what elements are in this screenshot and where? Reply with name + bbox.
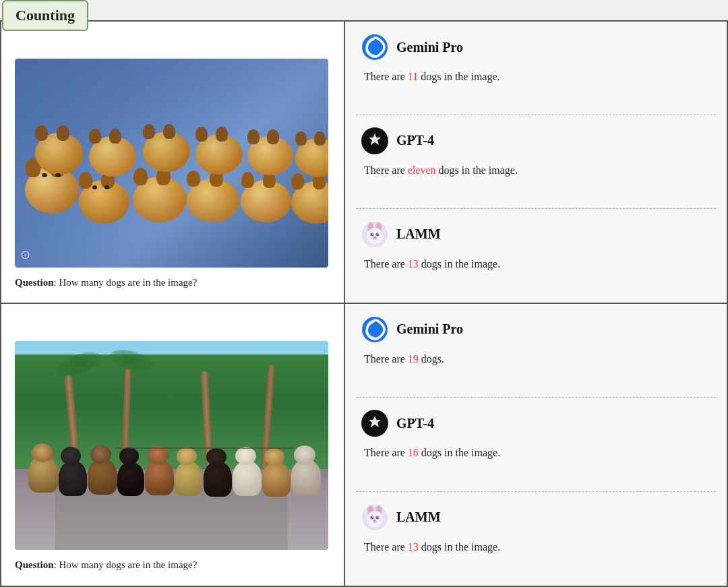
- svg-point-22: [377, 516, 379, 518]
- image-1: ⊙: [15, 59, 328, 268]
- lamm-icon-2: [361, 504, 388, 531]
- answer-block-1-gemini: Gemini Pro There are 11 dogs in the imag…: [345, 22, 727, 115]
- page-container: Counting: [0, 0, 728, 587]
- model-header-lamm-2: LAMM: [361, 504, 710, 531]
- svg-point-7: [371, 233, 374, 236]
- answer-text-lamm-2: There are 13 dogs in the image.: [361, 539, 710, 555]
- svg-point-8: [376, 233, 380, 236]
- svg-point-6: [367, 228, 383, 244]
- model-name-lamm-1: LAMM: [396, 226, 441, 242]
- model-name-gpt4-2: GPT-4: [396, 416, 434, 431]
- svg-point-11: [373, 236, 376, 238]
- row-2: Question: How many dogs are in the image…: [1, 304, 727, 586]
- gpt4-icon-1: [361, 127, 388, 154]
- model-name-gemini-1: Gemini Pro: [396, 40, 463, 55]
- gemini-icon-1: [361, 34, 388, 61]
- outdoor-image-canvas: [15, 341, 328, 550]
- svg-point-10: [377, 233, 379, 235]
- answer-text-gpt4-1: There are eleven dogs in the image.: [361, 162, 710, 179]
- answer-block-2-lamm: LAMM There are 13 dogs in the image.: [345, 492, 727, 586]
- svg-point-19: [371, 516, 374, 519]
- puppy-image-canvas: ⊙: [15, 59, 328, 268]
- gemini-icon-2: [361, 316, 388, 343]
- model-header-gemini-2: Gemini Pro: [361, 316, 710, 343]
- gpt4-icon-2: [361, 410, 388, 437]
- image-2: [15, 341, 328, 550]
- main-table: ⊙ Question: How many dogs are in the ima…: [0, 20, 728, 587]
- counting-label: Counting: [2, 0, 88, 31]
- svg-point-9: [372, 233, 373, 235]
- svg-point-23: [373, 519, 376, 521]
- answer-text-gemini-2: There are 19 dogs.: [361, 351, 710, 367]
- svg-point-20: [376, 516, 380, 519]
- model-name-gpt4-1: GPT-4: [396, 133, 434, 148]
- model-header-gemini-1: Gemini Pro: [361, 34, 710, 61]
- model-header-gpt4-2: GPT-4: [361, 410, 710, 437]
- answer-text-gemini-1: There are 11 dogs in the image.: [361, 69, 710, 85]
- answer-block-1-gpt4: GPT-4 There are eleven dogs in the image…: [345, 115, 727, 209]
- answer-block-1-lamm: LAMM There are 13 dogs in the image.: [345, 209, 727, 303]
- model-header-lamm-1: LAMM: [361, 221, 710, 248]
- model-header-gpt4-1: GPT-4: [361, 127, 710, 154]
- right-panel-1: Gemini Pro There are 11 dogs in the imag…: [345, 22, 727, 303]
- answer-block-2-gemini: Gemini Pro There are 19 dogs.: [345, 304, 727, 398]
- answer-text-lamm-1: There are 13 dogs in the image.: [361, 256, 710, 272]
- model-name-lamm-2: LAMM: [396, 509, 441, 525]
- question-2: Question: How many dogs are in the image…: [15, 559, 197, 571]
- lamm-icon-1: [361, 221, 388, 248]
- answer-block-2-gpt4: GPT-4 There are 16 dogs in the image.: [345, 398, 727, 491]
- svg-point-18: [367, 511, 383, 527]
- left-panel-1: ⊙ Question: How many dogs are in the ima…: [1, 22, 345, 303]
- question-1: Question: How many dogs are in the image…: [15, 277, 197, 288]
- answer-text-gpt4-2: There are 16 dogs in the image.: [361, 445, 710, 461]
- right-panel-2: Gemini Pro There are 19 dogs. G: [345, 304, 727, 586]
- model-name-gemini-2: Gemini Pro: [396, 321, 463, 337]
- left-panel-2: Question: How many dogs are in the image…: [1, 304, 345, 586]
- svg-point-21: [372, 516, 373, 518]
- row-1: ⊙ Question: How many dogs are in the ima…: [1, 22, 727, 304]
